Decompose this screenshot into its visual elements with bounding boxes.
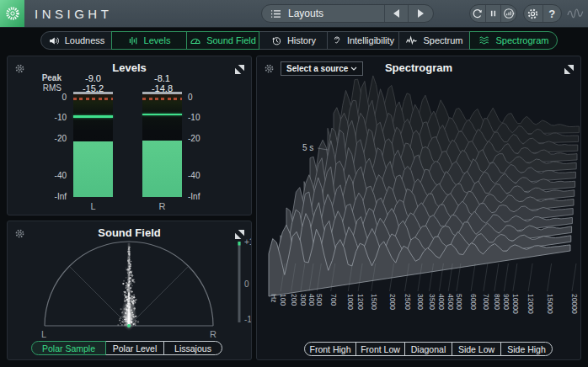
- peak-value-r: -8.1: [136, 73, 190, 83]
- freq-tick-label: 4500: [446, 294, 455, 310]
- peak-value-l: -9.0: [67, 73, 120, 83]
- tab-label: Loudness: [65, 35, 105, 45]
- meter-scale-label-left: 0: [40, 93, 67, 102]
- tab-label: Intelligibility: [347, 35, 394, 45]
- tab-label: Spectrogram: [496, 35, 549, 45]
- prev-layout-button[interactable]: [384, 5, 408, 22]
- layout-list-icon: [270, 9, 281, 19]
- levels-expand-icon[interactable]: [235, 62, 244, 72]
- freq-tick-label: 9000: [502, 294, 510, 310]
- freq-tick-label: 1000: [346, 294, 355, 310]
- freq-tick-label: 1200: [356, 294, 365, 310]
- rms-label: RMS: [31, 83, 61, 93]
- freq-tick-label: 700: [329, 294, 338, 306]
- channel-label-l: L: [73, 201, 113, 211]
- tab-history[interactable]: History: [259, 31, 328, 50]
- freq-tick-label: 400: [307, 294, 316, 306]
- levels-panel: Levels 00-10-10-20-20-40-40-Inf-InfPeakR…: [7, 56, 252, 215]
- correlation-scale-label: -1: [244, 315, 252, 324]
- izotope-squiggle-icon: [566, 7, 585, 22]
- button-side-low[interactable]: Side Low: [452, 342, 501, 356]
- channel-label-r: R: [142, 201, 182, 211]
- button-diagonal[interactable]: Diagonal: [404, 342, 452, 356]
- settings-help-group: ?: [523, 4, 562, 23]
- levels-panel-title: Levels: [8, 61, 251, 74]
- button-front-low[interactable]: Front Low: [355, 342, 405, 356]
- freq-tick-label: 20000: [570, 294, 579, 314]
- meter-scale-label-left: -Inf: [40, 192, 67, 201]
- peak-label: Peak: [31, 73, 61, 82]
- meter-scale-label-right: -20: [188, 134, 215, 143]
- loudness-icon: [48, 35, 60, 46]
- freq-tick-label: 3500: [428, 294, 436, 310]
- meter-control-group: [469, 4, 517, 23]
- meter-scale-label-left: -20: [40, 134, 67, 143]
- freq-tick-label: 6000: [469, 294, 478, 310]
- freq-tick-label: 10000: [511, 294, 520, 314]
- tab-label: Levels: [144, 35, 171, 45]
- sound-field-mode-buttons: Polar SamplePolar LevelLissajous: [31, 341, 222, 355]
- help-button[interactable]: ?: [543, 5, 562, 22]
- tab-label: Spectrum: [423, 35, 462, 45]
- freq-tick-label: 2500: [404, 294, 412, 310]
- tab-spectrum[interactable]: Spectrum: [398, 31, 470, 50]
- freq-tick-label: 5000: [455, 294, 463, 310]
- correlation-scale-label: 0: [244, 279, 249, 289]
- gear-icon[interactable]: [524, 5, 543, 22]
- button-front-high[interactable]: Front High: [304, 342, 356, 356]
- button-polar-sample[interactable]: Polar Sample: [31, 341, 106, 355]
- levels-icon: [128, 35, 139, 46]
- freq-unit-label: Hz: [270, 294, 278, 302]
- sound-field-right-label: R: [210, 329, 216, 339]
- sound-field-icon: [190, 35, 201, 45]
- insight-app-window: INSIGHT Layouts: [0, 0, 588, 367]
- level-meter-r: [142, 92, 182, 197]
- spectrum-icon: [405, 35, 418, 45]
- freq-tick-label: 500: [315, 294, 323, 306]
- meter-reset-history-button[interactable]: [500, 5, 516, 22]
- button-lissajous[interactable]: Lissajous: [163, 341, 222, 355]
- tab-spectrogram[interactable]: Spectrogram: [469, 31, 558, 50]
- pause-button[interactable]: [485, 5, 501, 22]
- freq-tick-label: 15000: [546, 294, 554, 314]
- app-title: INSIGHT: [35, 7, 112, 21]
- intelligibility-icon: [332, 35, 342, 46]
- meter-scale-label-right: -10: [188, 113, 215, 122]
- level-meter-l: [73, 92, 113, 197]
- freq-tick-label: 12000: [527, 294, 535, 314]
- meter-scale-label-right: 0: [188, 93, 215, 102]
- spectrogram-view-buttons: Front HighFront LowDiagonalSide LowSide …: [304, 342, 553, 356]
- meter-scale-label-left: -40: [40, 171, 67, 180]
- spectrogram-panel: Select a source Spectrogram Hz1002003004…: [256, 56, 581, 360]
- tab-label: Sound Field: [206, 35, 256, 45]
- polar-sample-display: LR+10-1: [8, 221, 252, 360]
- top-bar: INSIGHT Layouts: [0, 0, 588, 28]
- meter-scale-label-right: -Inf: [188, 192, 215, 201]
- time-marker-label: 5 s: [302, 143, 313, 152]
- meter-scale-label-right: -40: [188, 171, 215, 180]
- freq-tick-label: 200: [290, 294, 298, 306]
- layouts-dropdown[interactable]: Layouts: [261, 4, 434, 23]
- sound-field-left-label: L: [41, 329, 46, 339]
- tab-sound-field[interactable]: Sound Field: [186, 31, 259, 50]
- tab-levels[interactable]: Levels: [111, 31, 187, 50]
- freq-tick-label: 8000: [493, 294, 501, 310]
- correlation-scale-label: +1: [244, 237, 252, 247]
- tab-intelligibility[interactable]: Intelligibility: [327, 31, 399, 50]
- freq-tick-label: 7000: [482, 294, 490, 310]
- freq-tick-label: 3000: [416, 294, 425, 310]
- reset-meters-button[interactable]: [470, 5, 485, 22]
- freq-tick-label: 100: [279, 294, 287, 306]
- sound-field-panel: Sound Field LR+10-1 Polar SamplePolar Le…: [7, 221, 252, 360]
- view-tabs: LoudnessLevelsSound FieldHistoryIntellig…: [40, 31, 558, 50]
- tab-loudness[interactable]: Loudness: [40, 31, 112, 50]
- freq-tick-label: 1500: [370, 294, 378, 310]
- izotope-logo-icon: [0, 0, 24, 27]
- button-polar-level[interactable]: Polar Level: [105, 341, 164, 355]
- freq-tick-label: 300: [299, 294, 307, 306]
- freq-tick-label: 2000: [388, 294, 397, 310]
- tab-label: History: [287, 35, 316, 45]
- next-layout-button[interactable]: [408, 5, 433, 22]
- history-icon: [270, 35, 282, 46]
- button-side-high[interactable]: Side High: [500, 342, 553, 356]
